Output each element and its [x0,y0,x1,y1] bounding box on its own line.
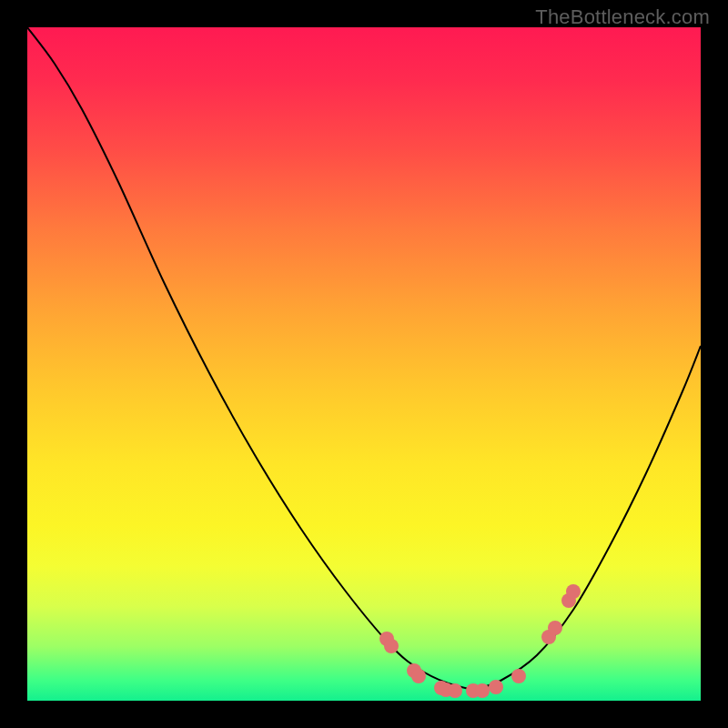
highlight-dot [475,683,490,698]
highlight-dot [411,669,426,683]
left-curve [27,27,473,690]
highlight-dot [489,680,503,694]
chart-container: TheBottleneck.com [0,0,728,728]
right-curve [473,346,701,690]
highlight-dot [384,639,399,653]
watermark-text: TheBottleneck.com [535,5,710,29]
highlight-dot [448,683,462,698]
highlight-dot [511,669,526,683]
plot-area [27,27,701,701]
highlight-dots [379,584,581,698]
chart-svg [27,27,701,701]
highlight-dot [548,621,562,635]
highlight-dot [566,584,581,599]
